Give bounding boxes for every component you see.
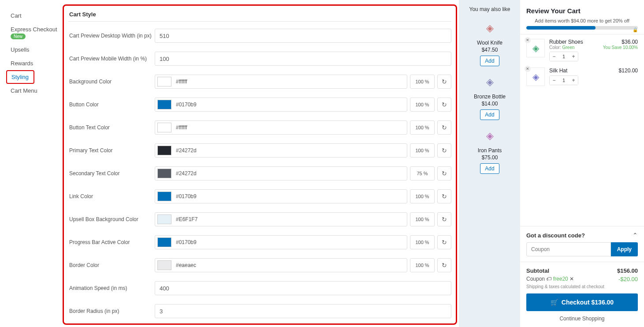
color-input-border[interactable]: #eaeaec <box>155 258 407 272</box>
coupon-amount: -$20.00 <box>618 276 638 282</box>
reset-progress[interactable]: ↻ <box>437 235 451 249</box>
opacity-btn[interactable]: 100 % <box>410 98 435 112</box>
reset-icon: ↻ <box>442 170 447 177</box>
sidebar-item-express-checkout[interactable]: Express Checkout New <box>11 23 57 43</box>
color-input-btn[interactable]: #0170b9 <box>155 98 407 112</box>
item-name: Rubber Shoes <box>549 39 594 45</box>
qty-value: 1 <box>558 52 569 61</box>
chevron-up-icon[interactable]: ⌃ <box>633 232 638 239</box>
panel-title: Cart Style <box>68 11 451 18</box>
reset-icon: ↻ <box>442 239 447 246</box>
input-mobile-width[interactable] <box>155 52 451 66</box>
qty-stepper[interactable]: −1+ <box>549 52 578 61</box>
opacity-bg[interactable]: 100 % <box>410 75 435 89</box>
color-input-primary[interactable]: #24272d <box>155 143 407 158</box>
opacity-primary[interactable]: 100 % <box>410 143 435 158</box>
upsell-add-button[interactable]: Add <box>480 56 499 66</box>
discount-title: Got a discount code? <box>526 232 585 239</box>
reset-icon: ↻ <box>442 262 447 269</box>
sidebar-item-styling[interactable]: Styling <box>6 70 34 84</box>
input-anim-speed[interactable] <box>155 281 451 295</box>
qty-minus[interactable]: − <box>550 52 558 61</box>
cart-style-panel: Cart Style Cart Preview Desktop Width (i… <box>63 4 457 325</box>
reset-link[interactable]: ↻ <box>437 189 451 203</box>
reset-icon: ↻ <box>442 78 447 85</box>
lock-icon: 🔒 <box>633 27 638 32</box>
upsell-heading: You may also like <box>463 6 517 12</box>
item-price: $36.00 <box>598 39 638 45</box>
product-image-icon: ◈ <box>481 127 499 145</box>
reset-secondary[interactable]: ↻ <box>437 166 451 180</box>
totals-section: Subtotal $156.00 Coupon 🏷 free20 ✕ -$20.… <box>520 262 644 327</box>
color-input-upsell-bg[interactable]: #E6F1F7 <box>155 212 407 226</box>
progress-fill <box>526 26 596 30</box>
upsell-price: $75.00 <box>463 154 517 161</box>
color-input-secondary[interactable]: #24272d <box>155 166 407 180</box>
qty-plus[interactable]: + <box>569 52 578 61</box>
item-price: $120.00 <box>598 68 638 74</box>
input-desktop-width[interactable] <box>155 29 451 43</box>
discount-section: Got a discount code? ⌃ Apply <box>520 226 644 262</box>
reset-border[interactable]: ↻ <box>437 258 451 272</box>
reset-upsellbg[interactable]: ↻ <box>437 212 451 226</box>
qty-minus[interactable]: − <box>550 76 558 85</box>
cart-preview: Review Your Cart Add items worth $94.00 … <box>520 0 644 327</box>
reset-btn-text[interactable]: ↻ <box>437 120 451 135</box>
continue-shopping-link[interactable]: Continue Shopping <box>526 316 638 322</box>
item-savings: You Save 10.00% <box>598 45 638 50</box>
product-image-icon: ◈ <box>481 19 499 37</box>
color-input-progress[interactable]: #0170b9 <box>155 235 407 249</box>
hex-btn-text: #ffffff <box>171 124 407 131</box>
apply-coupon-button[interactable]: Apply <box>611 242 638 256</box>
label-btn-color: Button Color <box>68 101 155 108</box>
shipping-note: Shipping & taxes calculated at checkout <box>526 284 638 289</box>
reset-primary[interactable]: ↻ <box>437 143 451 158</box>
label-border-radius: Border Radius (in px) <box>68 308 155 314</box>
sidebar-label: Express Checkout <box>11 26 57 33</box>
main-content: Cart Style Cart Preview Desktop Width (i… <box>57 0 459 327</box>
tag-icon: 🏷 <box>546 276 551 282</box>
opacity-link[interactable]: 100 % <box>410 189 435 203</box>
upsell-strip: You may also like ◈ Wool Knife $47.50 Ad… <box>459 0 520 327</box>
sidebar-item-rewards[interactable]: Rewards <box>11 56 57 70</box>
item-meta: Color: Green <box>549 45 594 50</box>
checkout-button[interactable]: 🛒Checkout $136.00 <box>526 293 638 311</box>
sidebar-item-cart[interactable]: Cart <box>11 9 57 23</box>
opacity-secondary[interactable]: 75 % <box>410 166 435 180</box>
settings-sidebar: Cart Express Checkout New Upsells Reward… <box>0 0 57 327</box>
reset-btn[interactable]: ↻ <box>437 98 451 112</box>
upsell-item: ◈ Bronze Bottle $14.00 Add <box>463 73 517 120</box>
opacity-upsellbg[interactable]: 100 % <box>410 212 435 226</box>
opacity-progress[interactable]: 100 % <box>410 235 435 249</box>
cart-preview-column: You may also like ◈ Wool Knife $47.50 Ad… <box>459 0 644 327</box>
qty-stepper[interactable]: −1+ <box>549 75 578 85</box>
cart-body: ✕ ◈ Rubber Shoes Color: Green −1+ $36.00… <box>520 34 644 226</box>
opacity-btn-text[interactable]: 100 % <box>410 120 435 135</box>
swatch-border <box>157 260 171 270</box>
sidebar-item-upsells[interactable]: Upsells <box>11 43 57 56</box>
cart-header: Review Your Cart <box>520 0 644 18</box>
label-bg-color: Background Color <box>68 79 155 85</box>
remove-item-button[interactable]: ✕ <box>525 66 531 72</box>
upsell-item: ◈ Iron Pants $75.00 Add <box>463 127 517 174</box>
label-anim-speed: Animation Speed (in ms) <box>68 285 155 291</box>
color-input-link[interactable]: #0170b9 <box>155 189 407 203</box>
upsell-add-button[interactable]: Add <box>480 109 499 120</box>
reset-icon: ↻ <box>442 216 447 223</box>
swatch-upsellbg <box>157 214 171 224</box>
upsell-name: Bronze Bottle <box>463 94 517 100</box>
swatch-link <box>157 192 171 201</box>
remove-item-button[interactable]: ✕ <box>525 37 531 43</box>
coupon-input[interactable] <box>526 242 611 256</box>
remove-coupon-icon[interactable]: ✕ <box>570 276 574 282</box>
opacity-border[interactable]: 100 % <box>410 258 435 272</box>
hex-progress: #0170b9 <box>171 239 407 245</box>
sidebar-item-cart-menu[interactable]: Cart Menu <box>11 84 57 98</box>
upsell-add-button[interactable]: Add <box>480 163 499 174</box>
qty-plus[interactable]: + <box>569 76 578 85</box>
input-border-radius[interactable] <box>155 304 451 318</box>
color-input-btn-text[interactable]: #ffffff <box>155 120 407 135</box>
color-input-bg[interactable]: #ffffff <box>155 75 407 89</box>
reset-bg[interactable]: ↻ <box>437 75 451 89</box>
label-mobile-width: Cart Preview Mobile Width (in %) <box>68 56 155 62</box>
